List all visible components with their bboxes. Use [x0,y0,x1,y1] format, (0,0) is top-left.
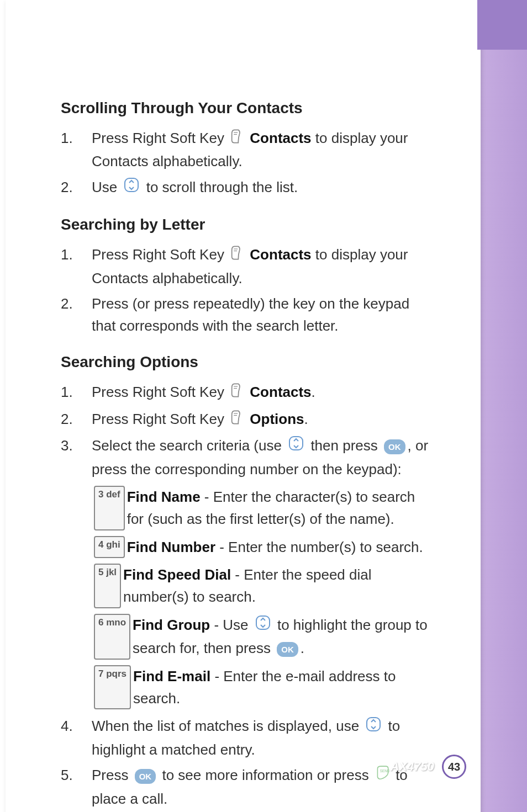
step-number: 1. [61,127,92,173]
nav-updown-icon [123,177,140,199]
right-softkey-icon [230,409,244,431]
step-number: 4. [61,715,92,761]
keypad-key-icon: 3 def [94,486,125,530]
heading-scrolling: Scrolling Through Your Contacts [61,99,431,117]
keypad-key-icon: 4 ghi [94,536,125,558]
list-item: 7 pqrs Find E-mail - Enter the e-mail ad… [92,665,431,710]
step-body: Press (or press repeatedly) the key on t… [92,293,431,337]
step-number: 1. [61,243,92,289]
page-footer: AX4750 43 [390,755,466,779]
ok-icon: OK [384,439,405,454]
nav-updown-icon [255,614,271,637]
ok-icon: OK [277,642,298,657]
keypad-key-icon: 7 pqrs [94,665,131,710]
step-body: Press OK to see more information or pres… [92,764,431,810]
list-by-letter: 1.Press Right Soft Key Contacts to displ… [61,243,431,337]
step-body: Press Right Soft Key Contacts. [92,381,431,404]
step-number: 2. [61,408,92,431]
svg-text:SEND: SEND [380,769,389,773]
list-options-cont: 4.When the list of matches is displayed,… [61,715,431,810]
step-body: Press Right Soft Key Contacts to display… [92,243,431,289]
list-scrolling: 1.Press Right Soft Key Contacts to displ… [61,127,431,199]
page-number: 43 [442,755,466,779]
step-number: 5. [61,764,92,810]
right-softkey-icon [230,382,244,404]
right-softkey-icon [230,245,244,267]
step-body: Select the search criteria (use then pre… [92,434,431,480]
list-item: 3 def Find Name - Enter the character(s)… [92,486,431,530]
keypad-key-icon: 5 jkl [94,564,121,608]
step-body: When the list of matches is displayed, u… [92,715,431,761]
list-item: 4 ghi Find Number - Enter the number(s) … [92,536,431,558]
heading-options: Searching Options [61,353,431,371]
keypad-key-icon: 6 mno [94,614,130,660]
right-softkey-icon [230,128,244,150]
step-number: 1. [61,381,92,404]
list-options: 1.Press Right Soft Key Contacts. 2.Press… [61,381,431,480]
heading-by-letter: Searching by Letter [61,216,431,233]
step-body: Press Right Soft Key Options. [92,408,431,431]
list-item: 5 jkl Find Speed Dial - Enter the speed … [92,564,431,608]
sub-options: 3 def Find Name - Enter the character(s)… [92,486,431,709]
step-number: 2. [61,293,92,337]
nav-updown-icon [288,435,304,458]
step-number: 2. [61,176,92,200]
send-icon: SEND [375,765,389,788]
step-body: Press Right Soft Key Contacts to display… [92,127,431,173]
manual-page: Scrolling Through Your Contacts 1.Press … [6,0,481,812]
sidebar-tab [477,0,527,50]
list-item: 6 mno Find Group - Use to highlight the … [92,614,431,660]
nav-updown-icon [365,716,382,739]
model-label: AX4750 [390,760,434,774]
ok-icon: OK [135,769,156,784]
step-body: Use to scroll through the list. [92,176,431,200]
step-number: 3. [61,434,92,480]
